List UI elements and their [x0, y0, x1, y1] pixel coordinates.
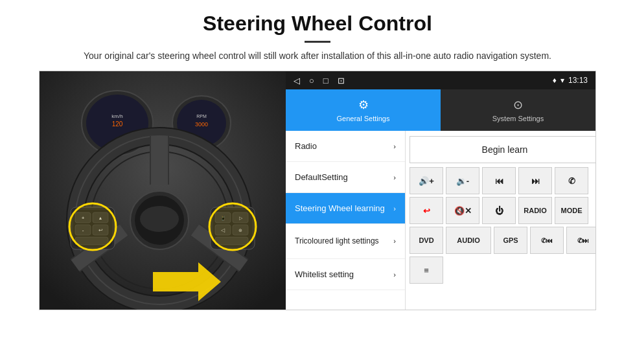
general-tab-label: General Settings: [337, 115, 390, 122]
menu-item-default[interactable]: DefaultSetting ›: [286, 162, 405, 193]
general-settings-tab[interactable]: ⚙ General Settings: [286, 89, 441, 131]
phone-icon: ✆: [568, 176, 575, 186]
menu-item-whitelist[interactable]: Whitelist setting ›: [286, 259, 405, 290]
svg-point-21: [140, 206, 179, 232]
tel-prev-button[interactable]: ✆⏮: [530, 227, 564, 254]
header-section: Steering Wheel Control Your original car…: [0, 0, 635, 71]
radio-label: Radio: [295, 141, 317, 151]
prev-icon: ⏮: [495, 176, 503, 186]
prev-track-button[interactable]: ⏮: [482, 167, 516, 194]
svg-text:km/h: km/h: [111, 113, 122, 119]
svg-point-44: [69, 203, 116, 250]
dvd-button[interactable]: DVD: [410, 227, 443, 254]
menu-item-tricoloured[interactable]: Tricoloured light settings ›: [286, 224, 405, 259]
control-buttons-grid: Begin learn 🔊+ 🔉- ⏮: [406, 131, 595, 310]
radio-label: RADIO: [524, 207, 546, 214]
gps-label: GPS: [503, 236, 518, 244]
radio-mode-button[interactable]: RADIO: [518, 197, 552, 224]
mute-icon: 🔇✕: [454, 206, 472, 216]
status-nav-icons: ◁ ○ □ ⊡: [294, 76, 345, 85]
control-row-4: ≡: [410, 256, 595, 284]
svg-point-45: [209, 203, 256, 250]
power-icon: ⏻: [495, 206, 503, 216]
system-icon: ⊙: [513, 98, 523, 112]
settings-content: Radio › DefaultSetting › Steering Wheel …: [286, 131, 595, 310]
control-row-1: 🔊+ 🔉- ⏮ ⏭ ✆: [410, 167, 595, 194]
gps-button[interactable]: GPS: [494, 227, 527, 254]
vol-down-button[interactable]: 🔉-: [446, 167, 479, 194]
main-content: 120 km/h 3000 RPM: [39, 71, 596, 310]
steering-wheel-image: 120 km/h 3000 RPM: [40, 71, 286, 310]
default-label: DefaultSetting: [295, 172, 348, 182]
back-icon[interactable]: ◁: [294, 76, 300, 85]
begin-learn-button[interactable]: Begin learn: [410, 136, 595, 163]
end-call-icon: ↩: [423, 206, 430, 216]
settings-menu: Radio › DefaultSetting › Steering Wheel …: [286, 131, 406, 310]
tel-next-icon: ✆⏭: [577, 237, 589, 244]
android-panel: ◁ ○ □ ⊡ ♦ ▾ 13:13 ⚙ General Settings: [286, 71, 595, 310]
dvd-label: DVD: [419, 236, 433, 244]
whitelist-label: Whitelist setting: [295, 269, 354, 279]
system-settings-tab[interactable]: ⊙ System Settings: [441, 89, 595, 131]
svg-text:RPM: RPM: [196, 114, 207, 119]
next-track-button[interactable]: ⏭: [518, 167, 552, 194]
title-divider: [305, 41, 330, 43]
signal-icon: ▾: [560, 76, 564, 85]
subtitle-text: Your original car's steering wheel contr…: [39, 49, 596, 63]
system-tab-label: System Settings: [492, 115, 544, 122]
vol-down-icon: 🔉-: [456, 176, 469, 186]
arrow-icon: ›: [393, 142, 396, 150]
audio-label: AUDIO: [457, 236, 479, 244]
arrow-icon: ›: [393, 174, 396, 181]
svg-text:120: 120: [112, 120, 123, 128]
control-row-3: DVD AUDIO GPS ✆⏮ ✆⏭: [410, 227, 595, 254]
list-button[interactable]: ≡: [410, 256, 443, 284]
arrow-icon: ›: [393, 271, 396, 279]
vol-up-button[interactable]: 🔊+: [410, 167, 443, 194]
recent-icon[interactable]: □: [323, 76, 329, 85]
tel-next-button[interactable]: ✆⏭: [566, 227, 595, 254]
arrow-icon: ›: [393, 205, 396, 212]
mode-label: MODE: [561, 207, 583, 214]
time-display: 13:13: [568, 76, 588, 85]
power-button[interactable]: ⏻: [482, 197, 516, 224]
mode-button[interactable]: MODE: [555, 197, 588, 224]
next-icon: ⏭: [531, 176, 540, 186]
tel-prev-icon: ✆⏮: [541, 237, 553, 244]
settings-tabs: ⚙ General Settings ⊙ System Settings: [286, 89, 595, 131]
svg-text:3000: 3000: [195, 121, 208, 128]
status-info: ♦ ▾ 13:13: [553, 76, 588, 85]
control-row-2: ↩ 🔇✕ ⏻ RADIO MODE: [410, 197, 595, 224]
list-icon: ≡: [424, 266, 429, 275]
steering-label: Steering Wheel learning: [295, 203, 385, 213]
begin-learn-row: Begin learn: [410, 135, 595, 165]
vol-up-icon: 🔊+: [419, 176, 434, 186]
page-title: Steering Wheel Control: [39, 12, 596, 36]
menu-icon[interactable]: ⊡: [338, 76, 345, 85]
audio-button[interactable]: AUDIO: [446, 227, 491, 254]
location-icon: ♦: [553, 76, 557, 85]
status-bar: ◁ ○ □ ⊡ ♦ ▾ 13:13: [286, 71, 595, 89]
arrow-icon: ›: [393, 236, 396, 245]
mute-button[interactable]: 🔇✕: [446, 197, 479, 224]
menu-item-radio[interactable]: Radio ›: [286, 131, 405, 162]
end-call-button[interactable]: ↩: [410, 197, 443, 224]
phone-button[interactable]: ✆: [555, 167, 588, 194]
menu-item-steering[interactable]: Steering Wheel learning ›: [286, 193, 405, 224]
gear-icon: ⚙: [358, 98, 369, 112]
home-icon[interactable]: ○: [309, 76, 314, 85]
tricoloured-label: Tricoloured light settings: [295, 236, 379, 247]
